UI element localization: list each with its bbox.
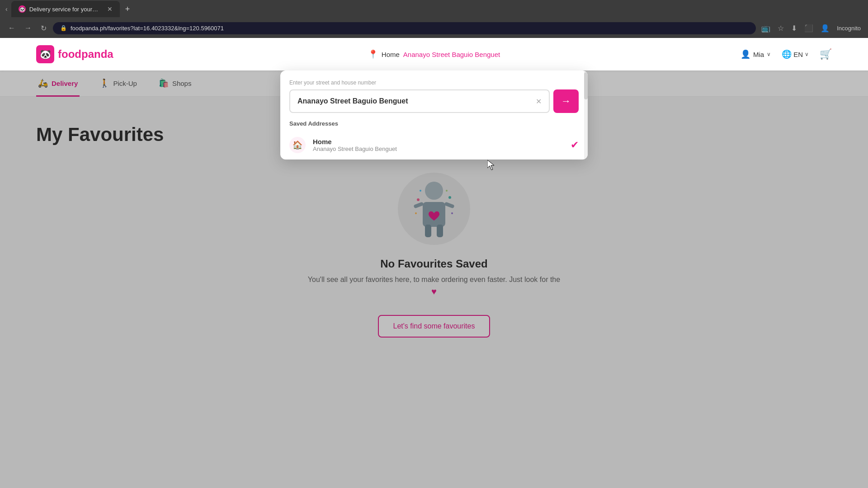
address-input-value: Ananayo Street Baguio Benguet: [297, 97, 408, 105]
logo-icon: 🐼: [36, 45, 54, 63]
incognito-label: Incognito: [835, 23, 863, 33]
logo[interactable]: 🐼 foodpanda: [36, 45, 113, 63]
input-label: Enter your street and house number: [289, 80, 579, 86]
address-bar[interactable]: 🔒 foodpanda.ph/favorites?lat=16.4023332&…: [53, 22, 756, 34]
scrollbar-thumb: [584, 72, 588, 99]
reload-button[interactable]: ↻: [38, 22, 49, 34]
lang-chevron-icon: ∨: [805, 51, 809, 57]
extensions-icon[interactable]: ⬛: [802, 22, 815, 34]
clear-input-button[interactable]: ✕: [536, 97, 542, 106]
user-menu[interactable]: 👤 Mia ∨: [741, 49, 771, 59]
browser-chrome: ‹ 🐼 Delivery service for your favouri ✕ …: [0, 0, 868, 38]
arrow-right-icon: →: [561, 95, 571, 107]
user-icon: 👤: [741, 49, 750, 59]
address-item-home[interactable]: 🏠 Home Ananayo Street Baguio Benguet ✔: [280, 131, 588, 160]
saved-addresses-label: Saved Addresses: [280, 113, 588, 131]
forward-button[interactable]: →: [22, 22, 34, 34]
user-name: Mia: [753, 51, 764, 58]
address-name: Home: [313, 138, 563, 145]
dropdown-input-section: Enter your street and house number Anana…: [280, 70, 588, 113]
browser-toolbar: ← → ↻ 🔒 foodpanda.ph/favorites?lat=16.40…: [0, 18, 868, 38]
profile-icon[interactable]: 👤: [819, 22, 831, 34]
address-street: Ananayo Street Baguio Benguet: [313, 145, 563, 152]
new-tab-button[interactable]: +: [122, 3, 134, 16]
pin-icon: 📍: [368, 49, 378, 59]
back-button[interactable]: ←: [5, 22, 18, 34]
address-info: Home Ananayo Street Baguio Benguet: [313, 138, 563, 152]
globe-icon: 🌐: [782, 49, 792, 59]
bookmark-icon[interactable]: ☆: [776, 22, 786, 34]
go-button[interactable]: →: [553, 89, 579, 113]
header-right: 👤 Mia ∨ 🌐 EN ∨ 🛒: [741, 48, 832, 60]
input-row: Ananayo Street Baguio Benguet ✕ →: [289, 89, 579, 113]
address-input-field[interactable]: Ananayo Street Baguio Benguet ✕: [289, 89, 550, 113]
language-label: EN: [793, 51, 803, 58]
close-tab-button[interactable]: ✕: [107, 5, 113, 13]
browser-tab-active[interactable]: 🐼 Delivery service for your favouri ✕: [11, 1, 120, 17]
language-menu[interactable]: 🌐 EN ∨: [782, 49, 809, 59]
site-header: 🐼 foodpanda 📍 Home Ananayo Street Baguio…: [0, 38, 868, 70]
download-icon[interactable]: ⬇: [789, 22, 799, 34]
tab-scroll-icon[interactable]: ‹: [4, 4, 9, 14]
logo-text: foodpanda: [58, 48, 113, 61]
url-text: foodpanda.ph/favorites?lat=16.4023332&ln…: [71, 25, 224, 32]
home-address-icon: 🏠: [289, 137, 306, 153]
cast-icon[interactable]: 📺: [760, 22, 772, 34]
location-bar[interactable]: 📍 Home Ananayo Street Baguio Benguet: [368, 49, 500, 59]
tab-favicon: 🐼: [19, 5, 26, 13]
lock-icon: 🔒: [60, 25, 67, 31]
page-content: 🐼 foodpanda 📍 Home Ananayo Street Baguio…: [0, 38, 868, 488]
dropdown-scrollbar[interactable]: [584, 70, 588, 160]
address-selected-icon: ✔: [571, 139, 579, 151]
cart-icon[interactable]: 🛒: [820, 48, 832, 60]
location-address: Ananayo Street Baguio Benguet: [403, 51, 500, 58]
tab-bar: ‹ 🐼 Delivery service for your favouri ✕ …: [0, 0, 868, 18]
chevron-down-icon: ∨: [767, 51, 771, 57]
location-home-label: Home: [382, 51, 400, 58]
toolbar-actions: 📺 ☆ ⬇ ⬛ 👤 Incognito: [760, 22, 863, 34]
address-dropdown: Enter your street and house number Anana…: [280, 70, 588, 160]
tab-title: Delivery service for your favouri: [29, 6, 100, 13]
